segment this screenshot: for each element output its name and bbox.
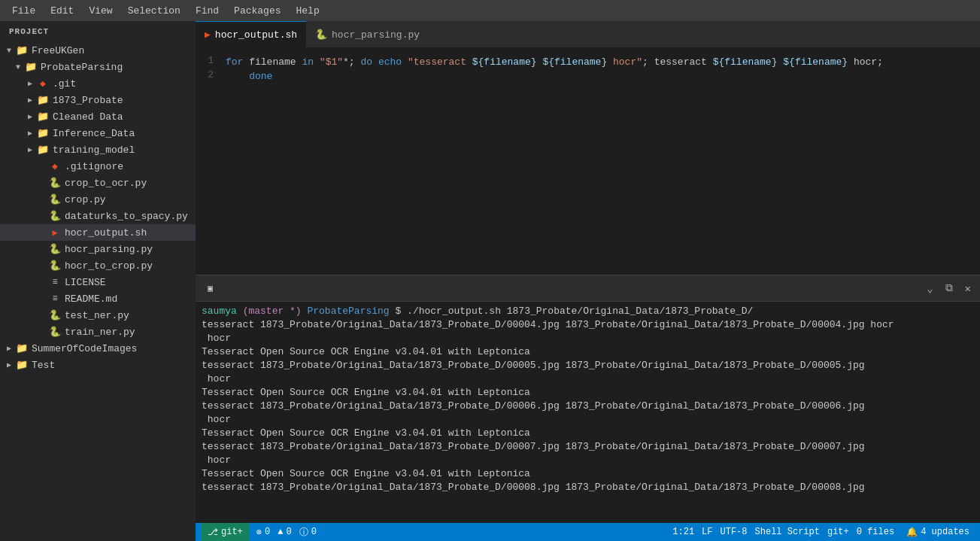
status-git-label[interactable]: git+: [827, 527, 849, 537]
menu-help[interactable]: Help: [290, 4, 326, 18]
code-line-1: 1 for filename in "$1"*; do echo "tesser…: [196, 55, 980, 69]
status-updates[interactable]: 🔔 4 updates: [902, 527, 974, 538]
sidebar-item-label: .gitignore: [65, 161, 123, 172]
status-info[interactable]: ⓘ 0: [299, 526, 317, 539]
status-line-col[interactable]: 1:21: [672, 527, 694, 537]
terminal-line: hocr: [202, 372, 974, 386]
menu-file[interactable]: File: [6, 4, 41, 18]
files-label: 0 files: [857, 527, 894, 537]
bell-icon: 🔔: [906, 527, 918, 538]
sidebar-item-git[interactable]: ▶ ◆ .git: [0, 75, 196, 92]
status-encoding[interactable]: UTF-8: [721, 527, 748, 537]
no-arrow: [36, 177, 48, 189]
sidebar-item-label: test_ner.py: [65, 310, 129, 321]
no-arrow: [36, 193, 48, 205]
sidebar-item-probateparsing[interactable]: ▼ 📁 ProbateParsing: [0, 59, 196, 75]
no-arrow: [36, 243, 48, 255]
folder-icon: 📁: [36, 144, 50, 156]
status-files[interactable]: 0 files: [857, 527, 894, 537]
sidebar-item-label: training_model: [53, 144, 135, 156]
sidebar-item-label: Cleaned Data: [53, 111, 123, 123]
code-content: for filename in "$1"*; do echo "tesserac…: [226, 55, 972, 69]
menu-packages[interactable]: Packages: [228, 4, 287, 18]
terminal-body[interactable]: saumya (master *) ProbateParsing $ ./hoc…: [196, 302, 980, 523]
terminal-line: tesseract 1873_Probate/Original_Data/187…: [202, 318, 974, 332]
status-eol[interactable]: LF: [702, 527, 712, 537]
sidebar-item-training-model[interactable]: ▶ 📁 training_model: [0, 141, 196, 158]
sidebar-item-test-ner[interactable]: 🐍 test_ner.py: [0, 307, 196, 324]
git-icon: ⎇: [208, 527, 218, 538]
terminal-line: Tesseract Open Source OCR Engine v3.04.0…: [202, 386, 974, 400]
terminal-line: hocr: [202, 332, 974, 345]
menu-view[interactable]: View: [83, 4, 118, 18]
tab-label: hocr_parsing.py: [332, 29, 420, 41]
info-icon: ⓘ: [299, 526, 308, 539]
sidebar-item-crop-to-ocr[interactable]: 🐍 crop_to_ocr.py: [0, 175, 196, 191]
arrow-icon: ▶: [24, 94, 36, 106]
terminal-chevron-down[interactable]: ⌄: [924, 281, 936, 296]
py-tab-icon: 🐍: [315, 29, 327, 41]
status-language[interactable]: Shell Script: [755, 527, 820, 537]
status-git[interactable]: ⎇ git+: [202, 523, 249, 541]
arrow-icon: ▶: [3, 342, 15, 354]
sidebar-item-label: ProbateParsing: [41, 62, 123, 73]
sidebar-title: Project: [0, 21, 196, 42]
sidebar-item-label: Test: [32, 360, 55, 371]
sidebar-item-hocr-output[interactable]: ▶ hocr_output.sh: [0, 224, 196, 241]
tab-hocr-parsing[interactable]: 🐍 hocr_parsing.py: [306, 21, 429, 47]
sidebar-item-summer[interactable]: ▶ 📁 SummerOfCodeImages: [0, 340, 196, 357]
folder-icon: 📁: [15, 44, 29, 56]
error-icon: ⊗: [256, 527, 262, 538]
terminal-line: tesseract 1873_Probate/Original_Data/187…: [202, 440, 974, 454]
sidebar-item-label: crop_to_ocr.py: [65, 178, 147, 189]
sidebar-item-readme[interactable]: ≡ README.md: [0, 290, 196, 307]
sidebar-item-dataturks[interactable]: 🐍 dataturks_to_spacy.py: [0, 208, 196, 224]
terminal-tab-icon: ▣: [202, 280, 219, 297]
terminal-line: Tesseract Open Source OCR Engine v3.04.0…: [202, 467, 974, 481]
terminal-line: saumya (master *) ProbateParsing $ ./hoc…: [202, 305, 974, 318]
sidebar-item-cleaned-data[interactable]: ▶ 📁 Cleaned Data: [0, 108, 196, 125]
arrow-icon: ▶: [24, 111, 36, 123]
git-branch-label: git+: [221, 527, 243, 537]
line-number: 2: [196, 69, 226, 81]
py-icon: 🐍: [48, 177, 62, 189]
sidebar-item-train-ner[interactable]: 🐍 train_ner.py: [0, 324, 196, 340]
editor-area: ▶ hocr_output.sh 🐍 hocr_parsing.py 1 for…: [196, 21, 980, 541]
tab-hocr-output[interactable]: ▶ hocr_output.sh: [196, 21, 306, 47]
sidebar-item-1873probate[interactable]: ▶ 📁 1873_Probate: [0, 92, 196, 108]
sidebar-item-test[interactable]: ▶ 📁 Test: [0, 357, 196, 373]
sidebar-item-gitignore[interactable]: ◆ .gitignore: [0, 158, 196, 175]
sidebar-item-label: dataturks_to_spacy.py: [65, 211, 188, 222]
py-icon: 🐍: [48, 243, 62, 255]
sidebar-item-freeukgen[interactable]: ▼ 📁 FreeUKGen: [0, 42, 196, 59]
status-errors[interactable]: ⊗ 0: [256, 527, 270, 538]
sidebar-item-hocr-to-crop[interactable]: 🐍 hocr_to_crop.py: [0, 257, 196, 274]
status-warnings[interactable]: ▲ 0: [278, 527, 291, 537]
menu-find[interactable]: Find: [190, 4, 225, 18]
folder-icon: 📁: [36, 111, 50, 123]
sidebar: Project ▼ 📁 FreeUKGen ▼ 📁 ProbateParsing…: [0, 21, 196, 541]
code-editor[interactable]: 1 for filename in "$1"*; do echo "tesser…: [196, 47, 980, 275]
tab-label: hocr_output.sh: [215, 29, 297, 41]
app-container: Project ▼ 📁 FreeUKGen ▼ 📁 ProbateParsing…: [0, 21, 980, 541]
no-arrow: [36, 226, 48, 239]
menu-bar: File Edit View Selection Find Packages H…: [0, 0, 980, 21]
terminal-maximize[interactable]: ⧉: [942, 281, 956, 296]
terminal-close[interactable]: ✕: [962, 281, 974, 296]
sidebar-item-license[interactable]: ≡ LICENSE: [0, 274, 196, 290]
folder-icon: 📁: [36, 127, 50, 139]
sidebar-item-hocr-parsing[interactable]: 🐍 hocr_parsing.py: [0, 241, 196, 257]
menu-edit[interactable]: Edit: [44, 4, 80, 18]
git-status-label: git+: [827, 527, 849, 537]
sidebar-item-crop[interactable]: 🐍 crop.py: [0, 191, 196, 208]
language-label: Shell Script: [755, 527, 820, 537]
status-left: ⎇ git+ ⊗ 0 ▲ 0 ⓘ 0: [202, 523, 317, 541]
terminal-panel: ▣ ⌄ ⧉ ✕ saumya (master *) ProbateParsing…: [196, 275, 980, 523]
eol-label: LF: [702, 527, 712, 537]
menu-selection[interactable]: Selection: [122, 4, 187, 18]
sidebar-item-label: hocr_parsing.py: [65, 244, 153, 255]
sidebar-item-inference-data[interactable]: ▶ 📁 Inference_Data: [0, 125, 196, 141]
git-icon: ◆: [36, 78, 50, 90]
folder-icon: 📁: [36, 94, 50, 106]
arrow-icon: ▶: [24, 127, 36, 139]
